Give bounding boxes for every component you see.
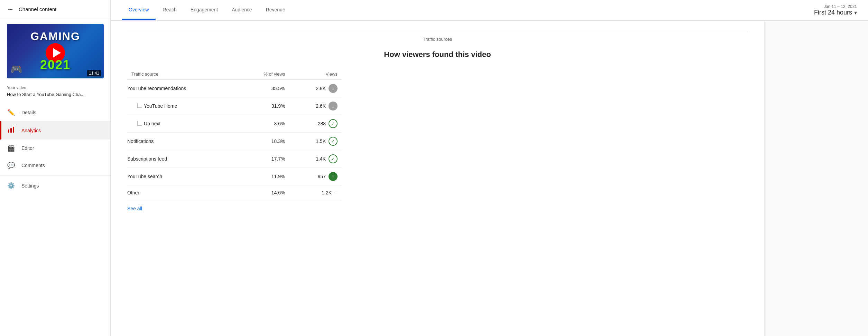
cell-views: 957↑ (289, 168, 342, 185)
table-row: Up next3.6%288✓ (127, 115, 342, 133)
tab-overview[interactable]: Overview (122, 1, 156, 20)
trend-check-icon: ✓ (329, 119, 338, 128)
thumb-gaming-text: GAMING (30, 30, 80, 43)
video-name: How to Start a YouTube Gaming Cha... (7, 92, 103, 98)
pencil-icon: ✏️ (7, 109, 15, 116)
section-header: Traffic sources (127, 32, 748, 42)
section-subtitle: Traffic sources (423, 37, 452, 42)
section-title: How viewers found this video (127, 50, 748, 59)
sub-row-indicator (137, 121, 142, 126)
cell-views: 288✓ (289, 115, 342, 133)
cell-source: Up next (127, 115, 237, 133)
top-bar: Overview Reach Engagement Audience Reven… (111, 0, 868, 21)
sub-row-indicator (137, 103, 142, 108)
tab-revenue[interactable]: Revenue (259, 1, 292, 20)
thumb-year-text: 2021 (40, 58, 71, 72)
tab-reach[interactable]: Reach (156, 1, 183, 20)
table-row: Other14.6%1.2K– (127, 185, 342, 200)
comments-icon: 💬 (7, 162, 15, 169)
views-value: 1.4K (316, 156, 326, 162)
svg-rect-3 (10, 128, 12, 133)
video-thumbnail[interactable]: GAMING 2021 🎮 11:41 (7, 24, 104, 78)
editor-icon: 🎬 (7, 144, 15, 152)
cell-source: YouTube Home (127, 97, 237, 115)
trend-check-icon: ✓ (329, 154, 338, 163)
date-selector-row: First 24 hours ▾ (814, 9, 857, 16)
cell-percent: 18.3% (237, 133, 289, 150)
cell-views: 1.5K✓ (289, 133, 342, 150)
views-value: 957 (318, 174, 326, 179)
svg-rect-2 (8, 129, 9, 133)
svg-rect-4 (13, 127, 14, 133)
settings-icon: ⚙️ (7, 182, 15, 190)
main-content: Overview Reach Engagement Audience Reven… (111, 0, 868, 336)
tab-engagement[interactable]: Engagement (184, 1, 225, 20)
sidebar: ← Channel content GAMING 2021 🎮 11:41 Yo… (0, 0, 111, 336)
video-thumbnail-wrap: GAMING 2021 🎮 11:41 (0, 18, 110, 82)
sidebar-nav: ✏️ Details Analytics 🎬 Editor 💬 Comments… (0, 104, 110, 194)
cell-source: YouTube recommendations (127, 80, 237, 97)
nav-divider (0, 175, 110, 176)
table-row: YouTube Home31.9%2.6K↓ (127, 97, 342, 115)
views-value: 1.5K (316, 138, 326, 144)
chevron-down-icon: ▾ (854, 9, 857, 16)
cell-views: 2.6K↓ (289, 97, 342, 115)
content-main: Traffic sources How viewers found this v… (111, 21, 764, 336)
table-row: Subscriptions feed17.7%1.4K✓ (127, 150, 342, 168)
views-value: 288 (318, 121, 326, 126)
video-duration: 11:41 (87, 70, 101, 76)
table-row: YouTube search11.9%957↑ (127, 168, 342, 185)
table-header-row: Traffic source % of views Views (127, 69, 342, 80)
cell-percent: 35.5% (237, 80, 289, 97)
trend-neutral-icon: – (334, 190, 338, 196)
cell-views: 1.2K– (289, 185, 342, 200)
sidebar-item-comments[interactable]: 💬 Comments (0, 157, 110, 174)
cell-percent: 17.7% (237, 150, 289, 168)
trend-up-icon: ↑ (329, 172, 338, 181)
views-value: 1.2K (322, 190, 332, 195)
sidebar-item-details[interactable]: ✏️ Details (0, 104, 110, 121)
nav-editor-label: Editor (21, 145, 34, 151)
trend-down-icon: ↓ (329, 102, 338, 111)
cell-source: Subscriptions feed (127, 150, 237, 168)
nav-details-label: Details (21, 110, 36, 115)
cell-percent: 31.9% (237, 97, 289, 115)
views-value: 2.6K (316, 103, 326, 109)
sidebar-title: Channel content (19, 6, 56, 12)
date-range-label: Jan 11 – 12, 2021 (824, 4, 857, 9)
section-divider (127, 32, 748, 32)
gamepad-icon: 🎮 (10, 64, 22, 75)
cell-percent: 11.9% (237, 168, 289, 185)
see-all-link[interactable]: See all (127, 206, 142, 211)
trend-down-icon: ↓ (329, 84, 338, 93)
cell-source: Other (127, 185, 237, 200)
cell-source: YouTube search (127, 168, 237, 185)
content-area: Traffic sources How viewers found this v… (111, 21, 868, 336)
sidebar-item-settings[interactable]: ⚙️ Settings (0, 177, 110, 194)
nav-comments-label: Comments (21, 163, 45, 168)
back-button[interactable]: ← (7, 6, 14, 12)
cell-percent: 14.6% (237, 185, 289, 200)
cell-percent: 3.6% (237, 115, 289, 133)
trend-check-icon: ✓ (329, 137, 338, 146)
sidebar-item-editor[interactable]: 🎬 Editor (0, 140, 110, 157)
cell-views: 1.4K✓ (289, 150, 342, 168)
col-header-views: Views (289, 69, 342, 80)
col-header-source: Traffic source (127, 69, 237, 80)
sidebar-item-analytics[interactable]: Analytics (0, 121, 110, 140)
table-row: YouTube recommendations35.5%2.8K↓ (127, 80, 342, 97)
views-value: 2.8K (316, 86, 326, 91)
cell-views: 2.8K↓ (289, 80, 342, 97)
sidebar-header: ← Channel content (0, 0, 110, 18)
content-right-panel (764, 21, 868, 336)
tab-nav: Overview Reach Engagement Audience Reven… (122, 1, 292, 20)
cell-source: Notifications (127, 133, 237, 150)
date-selector[interactable]: Jan 11 – 12, 2021 First 24 hours ▾ (814, 4, 857, 16)
video-info: Your video How to Start a YouTube Gaming… (0, 82, 110, 103)
video-label: Your video (7, 85, 103, 90)
nav-analytics-label: Analytics (21, 128, 41, 133)
date-period-label: First 24 hours (814, 9, 852, 16)
traffic-table: Traffic source % of views Views YouTube … (127, 69, 342, 200)
tab-audience[interactable]: Audience (225, 1, 259, 20)
col-header-percent: % of views (237, 69, 289, 80)
